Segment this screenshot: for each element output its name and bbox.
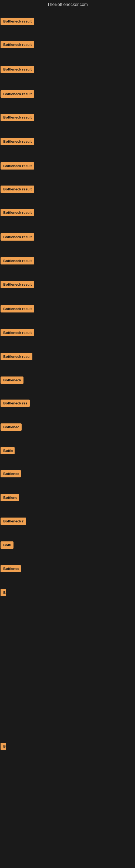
bottleneck-badge-15[interactable]: Bottleneck resu (1, 353, 32, 360)
page-wrapper: TheBottlenecker.com Bottleneck resultBot… (0, 0, 135, 868)
bottleneck-item-7: Bottleneck result (0, 160, 135, 182)
bottleneck-badge-9[interactable]: Bottleneck result (1, 209, 34, 216)
bottleneck-badge-17[interactable]: Bottleneck res (1, 400, 30, 407)
bottleneck-badge-24[interactable]: Bottlenec (1, 565, 21, 572)
bottleneck-badge-6[interactable]: Bottleneck result (1, 138, 34, 145)
bottleneck-item-18: Bottlenec (0, 421, 135, 443)
bottleneck-item-1: Bottleneck result (0, 16, 135, 37)
bottleneck-badge-25[interactable]: B (1, 589, 6, 596)
bottleneck-badge-late-26[interactable]: B (1, 743, 6, 750)
bottleneck-badge-18[interactable]: Bottlenec (1, 424, 21, 431)
bottleneck-badge-2[interactable]: Bottleneck result (1, 41, 34, 48)
bottleneck-item-15: Bottleneck resu (0, 351, 135, 372)
bottleneck-badge-20[interactable]: Bottlenec (1, 470, 21, 477)
bottleneck-badge-8[interactable]: Bottleneck result (1, 186, 34, 193)
bottleneck-badge-19[interactable]: Bottle (1, 447, 14, 454)
bottleneck-item-16: Bottleneck (0, 374, 135, 396)
bottleneck-badge-16[interactable]: Bottleneck (1, 376, 24, 384)
bottleneck-item-8: Bottleneck result (0, 183, 135, 205)
bottleneck-item-10: Bottleneck result (0, 231, 135, 253)
bottleneck-item-5: Bottleneck result (0, 112, 135, 133)
bottleneck-item-25: B (0, 587, 135, 609)
bottleneck-badge-13[interactable]: Bottleneck result (1, 305, 34, 312)
bottleneck-item-17: Bottleneck res (0, 397, 135, 419)
site-title: TheBottlenecker.com (0, 0, 135, 9)
bottleneck-badge-12[interactable]: Bottleneck result (1, 281, 34, 288)
bottleneck-badge-3[interactable]: Bottleneck result (1, 66, 34, 73)
bottleneck-item-13: Bottleneck result (0, 303, 135, 325)
bottleneck-item-14: Bottleneck result (0, 327, 135, 348)
bottleneck-item-12: Bottleneck result (0, 279, 135, 300)
bottleneck-badge-10[interactable]: Bottleneck result (1, 233, 34, 241)
bottleneck-item-23: Bottl (0, 539, 135, 561)
bottleneck-badge-14[interactable]: Bottleneck result (1, 329, 34, 336)
bottleneck-badge-21[interactable]: Bottlene (1, 494, 19, 501)
bottleneck-item-22: Bottleneck r (0, 516, 135, 537)
bottleneck-item-6: Bottleneck result (0, 135, 135, 157)
bottleneck-item-20: Bottlenec (0, 468, 135, 490)
bottleneck-item-19: Bottle (0, 445, 135, 467)
bottleneck-badge-1[interactable]: Bottleneck result (1, 18, 34, 25)
bottleneck-item-3: Bottleneck result (0, 63, 135, 85)
bottleneck-badge-7[interactable]: Bottleneck result (1, 162, 34, 169)
bottleneck-badge-22[interactable]: Bottleneck r (1, 518, 26, 525)
bottleneck-badge-4[interactable]: Bottleneck result (1, 90, 34, 98)
bottleneck-item-21: Bottlene (0, 492, 135, 514)
bottleneck-badge-11[interactable]: Bottleneck result (1, 257, 34, 265)
bottleneck-badge-23[interactable]: Bottl (1, 541, 13, 549)
bottleneck-badge-5[interactable]: Bottleneck result (1, 114, 34, 121)
bottleneck-item-9: Bottleneck result (0, 207, 135, 228)
bottleneck-item-11: Bottleneck result (0, 255, 135, 277)
bottleneck-late-item-26: B (0, 741, 135, 762)
bottleneck-item-24: Bottlenec (0, 563, 135, 585)
bottleneck-item-4: Bottleneck result (0, 88, 135, 110)
bottleneck-item-2: Bottleneck result (0, 39, 135, 61)
